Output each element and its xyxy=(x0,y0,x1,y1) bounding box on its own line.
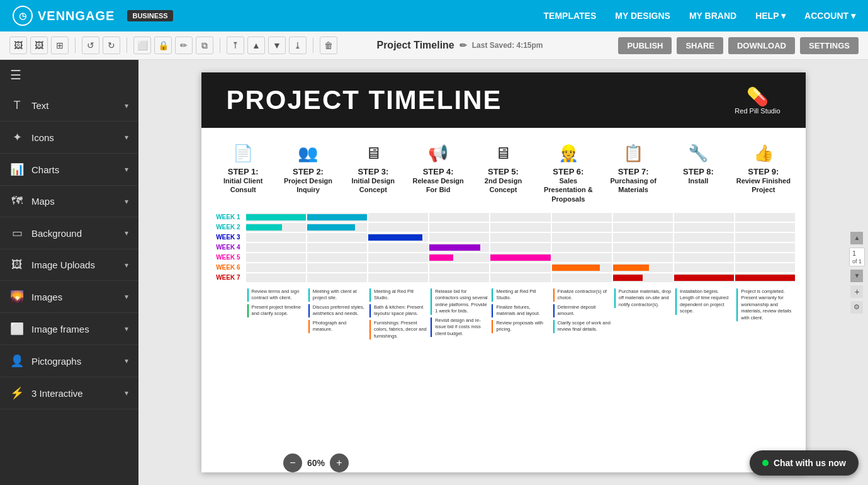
toolbar-undo[interactable]: ↺ xyxy=(82,37,99,54)
page-up-button[interactable]: ▲ xyxy=(850,232,863,244)
gantt-bar-w5-c4 xyxy=(429,254,453,261)
note-item: Photograph and measure. xyxy=(308,320,366,333)
toolbar-btn-12[interactable]: 🗑 xyxy=(320,37,337,54)
sidebar-item-background[interactable]: ▭ Background ▾ xyxy=(0,217,138,249)
notes-col-9: Project is completed. Present warranty f… xyxy=(735,288,796,343)
gantt-cell-w5-c9 xyxy=(735,253,795,262)
sidebar-chevron-image-uploads: ▾ xyxy=(125,261,128,270)
gantt-cell-w1-c5 xyxy=(490,213,550,222)
notes-col-3: Meeting at Red Pill Studio. Bath & kitch… xyxy=(368,288,429,343)
gantt-cell-w3-c7 xyxy=(613,233,673,242)
nav-link-account-[interactable]: ACCOUNT ▾ xyxy=(804,11,855,21)
doc-title-edit-icon[interactable]: ✏ xyxy=(459,40,467,50)
nav-link-help-[interactable]: HELP ▾ xyxy=(755,11,786,21)
gantt-cell-w3-c2 xyxy=(307,233,367,242)
sidebar-hamburger[interactable]: ☰ xyxy=(0,60,138,90)
toolbar-separator-2 xyxy=(127,38,127,53)
step-number-9: STEP 9: xyxy=(748,167,779,176)
toolbar-btn-8[interactable]: ⤒ xyxy=(227,37,244,54)
step-icon-9: 👍 xyxy=(753,144,774,163)
sidebar-item-image-frames[interactable]: ⬜ Image frames ▾ xyxy=(0,313,138,345)
page-down-button[interactable]: ▼ xyxy=(850,270,863,282)
gantt-cell-w6-c5 xyxy=(490,263,550,272)
step-col-1: 📄 STEP 1: Initial Client Consult xyxy=(211,140,276,207)
gantt-cell-w2-c2 xyxy=(307,223,367,232)
toolbar-btn-4[interactable]: ⬜ xyxy=(133,37,151,54)
sidebar-item-pictographs[interactable]: 👤 Pictographs ▾ xyxy=(0,345,138,377)
toolbar-separator-4 xyxy=(313,38,313,53)
sidebar-chevron-interactive: ▾ xyxy=(125,389,128,397)
toolbar-btn-9[interactable]: ▲ xyxy=(247,37,265,54)
gantt-section: WEEK 1WEEK 2WEEK 3WEEK 4WEEK 5WEEK 6WEEK… xyxy=(211,213,796,282)
step-number-2: STEP 2: xyxy=(293,167,324,176)
step-icon-5: 🖥 xyxy=(495,144,511,163)
gantt-cell-w7-c1 xyxy=(246,273,306,282)
zoom-in-button-2[interactable]: + xyxy=(330,454,349,472)
toolbar-btn-5[interactable]: 🔒 xyxy=(154,37,172,54)
sidebar-chevron-images: ▾ xyxy=(125,292,128,301)
zoom-in-button[interactable]: + xyxy=(850,285,863,298)
sidebar-item-icons[interactable]: ✦ Icons ▾ xyxy=(0,122,138,154)
step-icon-8: 🔧 xyxy=(688,144,708,163)
sidebar-item-maps[interactable]: 🗺 Maps ▾ xyxy=(0,186,138,217)
gantt-row-week-7: WEEK 7 xyxy=(211,273,796,282)
zoom-out-button[interactable]: − xyxy=(283,454,302,472)
sidebar-item-left: ⬜ Image frames xyxy=(10,322,89,336)
gantt-cell-w4-c4 xyxy=(429,243,489,252)
nav-link-my-designs[interactable]: MY DESIGNS xyxy=(615,11,670,21)
gantt-cell-w5-c5 xyxy=(490,253,550,262)
gantt-bar-w7-c8 xyxy=(674,275,734,281)
toolbar-redo[interactable]: ↻ xyxy=(103,37,120,54)
download-button[interactable]: DOWNLOAD xyxy=(728,37,795,54)
brand-name-label: Red Pill Studio xyxy=(735,107,780,115)
week-label-3: WEEK 3 xyxy=(211,234,245,241)
toolbar-btn-3[interactable]: ⊞ xyxy=(51,37,69,54)
page-settings-button[interactable]: ⚙ xyxy=(850,301,863,314)
share-button[interactable]: SHARE xyxy=(677,37,723,54)
gantt-cells-3 xyxy=(245,233,796,242)
gantt-bar-w6-c7 xyxy=(613,265,649,271)
gantt-cell-w2-c9 xyxy=(735,223,795,232)
logo-icon: ◷ xyxy=(13,6,33,26)
toolbar-btn-1[interactable]: 🖼 xyxy=(9,37,27,54)
doc-title-text: Project Timeline xyxy=(376,40,454,51)
nav-link-my-brand[interactable]: MY BRAND xyxy=(689,11,736,21)
nav-link-templates[interactable]: TEMPLATES xyxy=(544,11,597,21)
sidebar-item-images[interactable]: 🌄 Images ▾ xyxy=(0,281,138,313)
toolbar-btn-2[interactable]: 🖼 xyxy=(30,37,48,54)
gantt-cell-w1-c7 xyxy=(613,213,673,222)
sidebar-label-images: Images xyxy=(31,292,62,302)
chat-button[interactable]: Chat with us now xyxy=(750,450,859,476)
toolbar-btn-11[interactable]: ⤓ xyxy=(289,37,307,54)
gantt-cell-w1-c4 xyxy=(429,213,489,222)
sidebar-item-charts[interactable]: 📊 Charts ▾ xyxy=(0,154,138,186)
gantt-row-week-3: WEEK 3 xyxy=(211,233,796,242)
toolbar-btn-10[interactable]: ▼ xyxy=(268,37,286,54)
canvas-area[interactable]: PROJECT TIMELINE 💊 Red Pill Studio 📄 STE… xyxy=(138,60,868,485)
sidebar-label-background: Background xyxy=(31,228,82,239)
week-label-5: WEEK 5 xyxy=(211,254,245,261)
toolbar-separator-1 xyxy=(75,38,76,53)
gantt-cells-6 xyxy=(245,263,796,272)
sidebar-item-interactive[interactable]: ⚡ 3 Interactive ▾ xyxy=(0,377,138,409)
gantt-cell-w5-c8 xyxy=(674,253,734,262)
sidebar-item-image-uploads[interactable]: 🖼 Image Uploads ▾ xyxy=(0,249,138,281)
gantt-cell-w6-c7 xyxy=(613,263,673,272)
toolbar-btn-6[interactable]: ✏ xyxy=(175,37,193,54)
sidebar-label-image-uploads: Image Uploads xyxy=(31,260,95,270)
gantt-cells-4 xyxy=(245,243,796,252)
notes-col-7: Purchase materials, drop off materials o… xyxy=(612,288,674,343)
step-name-7: Purchasing of Materials xyxy=(602,176,663,195)
sidebar-item-text[interactable]: T Text ▾ xyxy=(0,90,138,122)
canvas-title: PROJECT TIMELINE xyxy=(227,85,502,115)
canvas-header: PROJECT TIMELINE 💊 Red Pill Studio xyxy=(201,72,806,128)
gantt-cell-w1-c9 xyxy=(735,213,795,222)
toolbar-btn-7[interactable]: ⧉ xyxy=(196,37,213,54)
gantt-cell-w6-c9 xyxy=(735,263,795,272)
publish-button[interactable]: PUBLISH xyxy=(618,37,672,54)
settings-button[interactable]: SETTINGS xyxy=(800,37,859,54)
sidebar-icon-interactive: ⚡ xyxy=(10,386,24,400)
zoom-controls: − 60% + xyxy=(283,454,349,472)
gantt-cell-w7-c9 xyxy=(735,273,795,282)
sidebar-label-interactive: 3 Interactive xyxy=(31,388,83,399)
